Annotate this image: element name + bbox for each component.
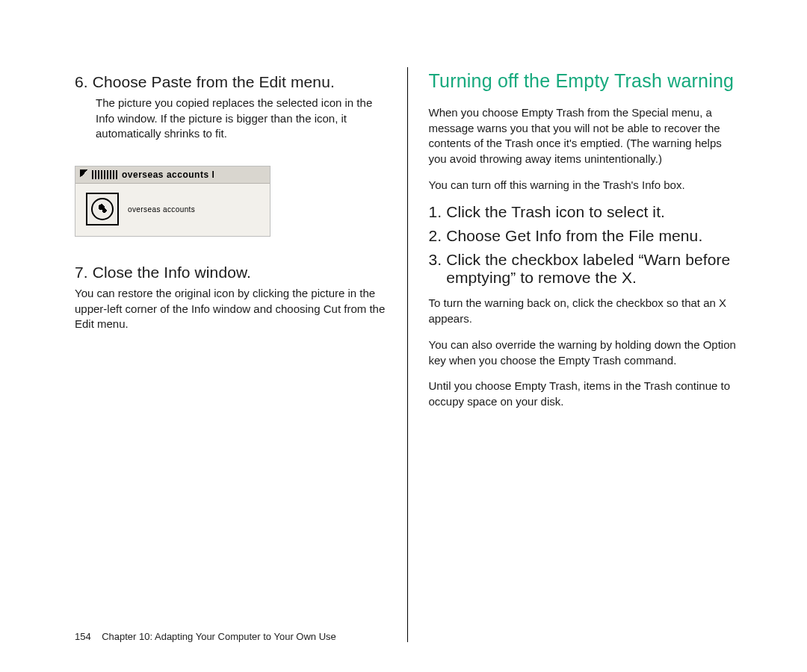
step-1-heading: 1. Click the Trash icon to select it. bbox=[429, 203, 740, 221]
step-2-number: 2. bbox=[429, 227, 442, 244]
after-paragraph-3: Until you choose Empty Trash, items in t… bbox=[429, 379, 740, 409]
step-3-heading: 3. Click the checkbox labeled “Warn befo… bbox=[429, 251, 740, 287]
right-column: Turning off the Empty Trash warning When… bbox=[408, 67, 770, 642]
intro-paragraph-1: When you choose Empty Trash from the Spe… bbox=[429, 105, 740, 167]
after-paragraph-2: You can also override the warning by hol… bbox=[429, 337, 740, 368]
step-1-title: Click the Trash icon to select it. bbox=[446, 203, 665, 220]
figure-title-label: overseas accounts I bbox=[122, 169, 214, 180]
icon-selection-box bbox=[86, 193, 119, 225]
step-1-number: 1. bbox=[429, 203, 442, 220]
step-6-title: Choose Paste from the Edit menu. bbox=[93, 73, 335, 90]
step-2-heading: 2. Choose Get Info from the File menu. bbox=[429, 227, 740, 245]
step-7-heading: 7. Close the Info window. bbox=[75, 264, 386, 281]
step-2-title: Choose Get Info from the File menu. bbox=[446, 227, 702, 244]
step-6-number: 6. bbox=[75, 73, 88, 90]
after-paragraph-1: To turn the warning back on, click the c… bbox=[429, 296, 740, 326]
step-3-title: Click the checkbox labeled “Warn before … bbox=[446, 251, 740, 287]
globe-icon bbox=[91, 198, 114, 220]
left-column: 6. Choose Paste from the Edit menu. The … bbox=[75, 67, 408, 642]
section-title: Turning off the Empty Trash warning bbox=[429, 70, 740, 92]
step-6-body: The picture you copied replaces the sele… bbox=[75, 96, 386, 142]
two-column-layout: 6. Choose Paste from the Edit menu. The … bbox=[75, 67, 770, 642]
info-window-figure: overseas accounts I overseas accounts bbox=[75, 166, 270, 237]
page-footer: 154 Chapter 10: Adapting Your Computer t… bbox=[75, 631, 336, 642]
intro-paragraph-2: You can turn off this warning in the Tra… bbox=[429, 178, 740, 193]
titlebar-pinstripes-icon bbox=[92, 170, 117, 179]
step-6-heading: 6. Choose Paste from the Edit menu. bbox=[75, 73, 386, 91]
figure-titlebar: overseas accounts I bbox=[75, 167, 270, 184]
step-7-title: Close the Info window. bbox=[93, 264, 251, 281]
step-7-number: 7. bbox=[75, 264, 88, 281]
step-3-number: 3. bbox=[429, 251, 442, 287]
step-7-body: You can restore the original icon by cli… bbox=[75, 286, 386, 332]
chapter-label: Chapter 10: Adapting Your Computer to Yo… bbox=[102, 631, 336, 642]
page-number: 154 bbox=[75, 631, 91, 642]
figure-caption: overseas accounts bbox=[128, 205, 195, 214]
figure-content-row: overseas accounts bbox=[75, 184, 270, 236]
pointer-icon bbox=[80, 169, 89, 180]
document-page: 6. Choose Paste from the Edit menu. The … bbox=[0, 0, 807, 672]
